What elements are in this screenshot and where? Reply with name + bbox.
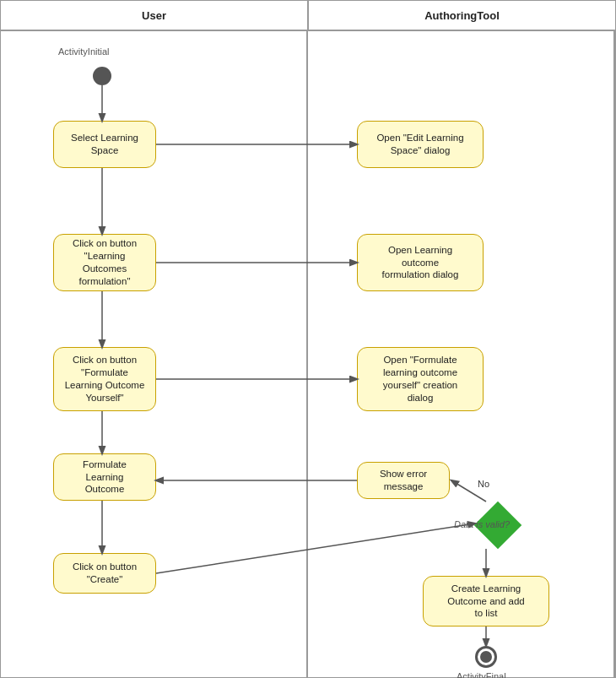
node-create-lo: Create Learning Outcome and add to list <box>423 576 549 626</box>
header-authoring-tool: AuthoringTool <box>309 1 615 30</box>
activity-final-label: ActivityFinal <box>457 671 506 678</box>
node-click-create: Click on button "Create" <box>53 553 156 594</box>
node-click-lo-formulation: Click on button "Learning Outcomes formu… <box>53 234 156 291</box>
final-node <box>475 646 497 668</box>
header-user: User <box>1 1 309 30</box>
no-label: No <box>478 479 489 489</box>
activity-initial-label: ActivityInitial <box>58 46 110 57</box>
header-row: User AuthoringTool <box>1 1 615 31</box>
node-formulate-lo: Formulate Learning Outcome <box>53 453 156 501</box>
node-open-edit-dialog: Open "Edit Learning Space" dialog <box>357 121 484 168</box>
diagram-container: User AuthoringTool ActivityInitial Selec… <box>0 0 616 678</box>
initial-node <box>93 67 111 85</box>
node-open-formulate-yourself-dialog: Open "Formulate learning outcome yoursel… <box>357 347 484 411</box>
node-open-formulation-dialog: Open Learning outcome formulation dialog <box>357 234 484 291</box>
node-show-error: Show error message <box>357 462 450 499</box>
diamond-label: Data is valid? <box>448 519 516 529</box>
node-click-formulate-yourself: Click on button "Formulate Learning Outc… <box>53 347 156 411</box>
final-node-inner <box>480 651 492 663</box>
swim-lanes: ActivityInitial Select Learning Space Op… <box>1 31 615 678</box>
node-select-learning-space: Select Learning Space <box>53 121 156 168</box>
